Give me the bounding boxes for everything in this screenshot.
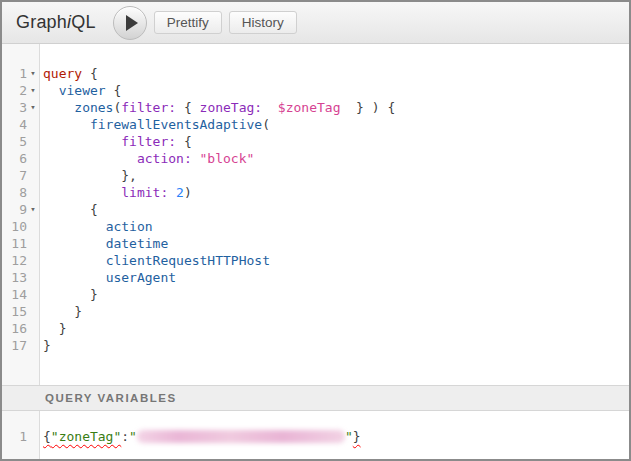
- code-line[interactable]: 7 },: [2, 167, 629, 184]
- fold-gutter-spacer: [27, 252, 39, 269]
- code-line[interactable]: 12 clientRequestHTTPHost: [2, 252, 629, 269]
- token-num: 2: [176, 185, 184, 200]
- token-ws: [43, 321, 59, 336]
- token-ws: [43, 253, 106, 268]
- token-var: $zoneTag: [278, 100, 341, 115]
- token-ws: [43, 219, 106, 234]
- token-pun: {: [106, 83, 122, 98]
- code-line[interactable]: 6 action: "block": [2, 150, 629, 167]
- play-icon: [126, 15, 138, 31]
- fold-gutter-spacer: [27, 428, 39, 445]
- line-number: 11: [2, 235, 27, 252]
- line-number: 6: [2, 150, 27, 167]
- token-kw: query: [43, 66, 82, 81]
- variable-editor-lines: 1{"zoneTag":""}: [2, 411, 629, 445]
- fold-arrow-icon[interactable]: ▾: [27, 99, 39, 116]
- execute-query-button[interactable]: [113, 6, 147, 40]
- fold-gutter-spacer: [27, 320, 39, 337]
- fold-gutter-spacer: [27, 269, 39, 286]
- fold-gutter-spacer: [27, 303, 39, 320]
- history-button[interactable]: History: [229, 11, 297, 34]
- line-number: 3: [2, 99, 27, 116]
- line-number: 8: [2, 184, 27, 201]
- logo-text-graph: Graph: [16, 12, 67, 32]
- fold-gutter-spacer: [27, 218, 39, 235]
- code-line[interactable]: 4 firewallEventsAdaptive(: [2, 116, 629, 133]
- fold-gutter-spacer: [27, 133, 39, 150]
- token-fld: action: [106, 219, 153, 234]
- line-number: 5: [2, 133, 27, 150]
- token-pun: }: [90, 287, 98, 302]
- line-number: 10: [2, 218, 27, 235]
- code-text: limit: 2): [39, 184, 192, 201]
- code-line[interactable]: 3▾ zones(filter: { zoneTag: $zoneTag } )…: [2, 99, 629, 116]
- token-attr: filter:: [121, 100, 176, 115]
- code-text: userAgent: [39, 269, 176, 286]
- line-number: 9: [2, 201, 27, 218]
- token-ws: [43, 287, 90, 302]
- code-text: {: [39, 201, 98, 218]
- code-line[interactable]: 2▾ viewer {: [2, 82, 629, 99]
- code-text: },: [39, 167, 137, 184]
- line-number: 2: [2, 82, 27, 99]
- code-line[interactable]: 5 filter: {: [2, 133, 629, 150]
- line-number: 1: [2, 428, 27, 445]
- code-line[interactable]: 10 action: [2, 218, 629, 235]
- code-line[interactable]: 13 userAgent: [2, 269, 629, 286]
- token-pun: :: [121, 429, 129, 444]
- code-line[interactable]: 16 }: [2, 320, 629, 337]
- token-fld: zones: [74, 100, 113, 115]
- line-number: 13: [2, 269, 27, 286]
- token-ws: [43, 202, 90, 217]
- token-ws: [43, 236, 106, 251]
- code-text: firewallEventsAdaptive(: [39, 116, 270, 133]
- line-number: 16: [2, 320, 27, 337]
- token-pun: } ) {: [340, 100, 395, 115]
- variable-editor-title[interactable]: QUERY VARIABLES: [2, 385, 629, 411]
- line-number: 4: [2, 116, 27, 133]
- code-line[interactable]: 15 }: [2, 303, 629, 320]
- fold-arrow-icon[interactable]: ▾: [27, 65, 39, 82]
- code-line[interactable]: 17}: [2, 337, 629, 354]
- variable-editor[interactable]: 1{"zoneTag":""}: [2, 411, 629, 459]
- token-ws: [262, 100, 278, 115]
- token-ws: [43, 100, 74, 115]
- redacted-zone-tag-value: [137, 430, 345, 443]
- code-text: }: [39, 303, 82, 320]
- fold-gutter-spacer: [27, 235, 39, 252]
- token-pun: {: [43, 429, 51, 444]
- token-attr: action:: [137, 151, 192, 166]
- token-pun: (: [262, 117, 270, 132]
- code-line[interactable]: 8 limit: 2): [2, 184, 629, 201]
- fold-arrow-icon[interactable]: ▾: [27, 82, 39, 99]
- prettify-button[interactable]: Prettify: [154, 11, 222, 34]
- token-pun: },: [121, 168, 137, 183]
- code-line[interactable]: 1{"zoneTag":""}: [2, 428, 629, 445]
- fold-gutter-spacer: [27, 286, 39, 303]
- fold-gutter-spacer: [27, 184, 39, 201]
- fold-gutter-spacer: [27, 150, 39, 167]
- code-line[interactable]: 14 }: [2, 286, 629, 303]
- code-line[interactable]: 9▾ {: [2, 201, 629, 218]
- code-text: zones(filter: { zoneTag: $zoneTag } ) {: [39, 99, 395, 116]
- graphiql-logo: GraphiQL: [16, 12, 96, 33]
- token-key: ": [129, 429, 137, 444]
- line-number: 14: [2, 286, 27, 303]
- token-ws: [168, 185, 176, 200]
- query-editor-lines: 1▾query {2▾ viewer {3▾ zones(filter: { z…: [2, 44, 629, 354]
- code-text: action: [39, 218, 153, 235]
- token-pun: ): [184, 185, 192, 200]
- line-number: 17: [2, 337, 27, 354]
- fold-arrow-icon[interactable]: ▾: [27, 201, 39, 218]
- token-ws: [43, 117, 90, 132]
- token-attr: limit:: [121, 185, 168, 200]
- code-line[interactable]: 11 datetime: [2, 235, 629, 252]
- token-fld: userAgent: [106, 270, 176, 285]
- token-pun: }: [353, 429, 361, 444]
- token-pun: }: [43, 338, 51, 353]
- code-text: filter: {: [39, 133, 192, 150]
- query-editor[interactable]: 1▾query {2▾ viewer {3▾ zones(filter: { z…: [2, 44, 629, 385]
- token-pun: }: [74, 304, 82, 319]
- code-text: }: [39, 286, 98, 303]
- code-line[interactable]: 1▾query {: [2, 65, 629, 82]
